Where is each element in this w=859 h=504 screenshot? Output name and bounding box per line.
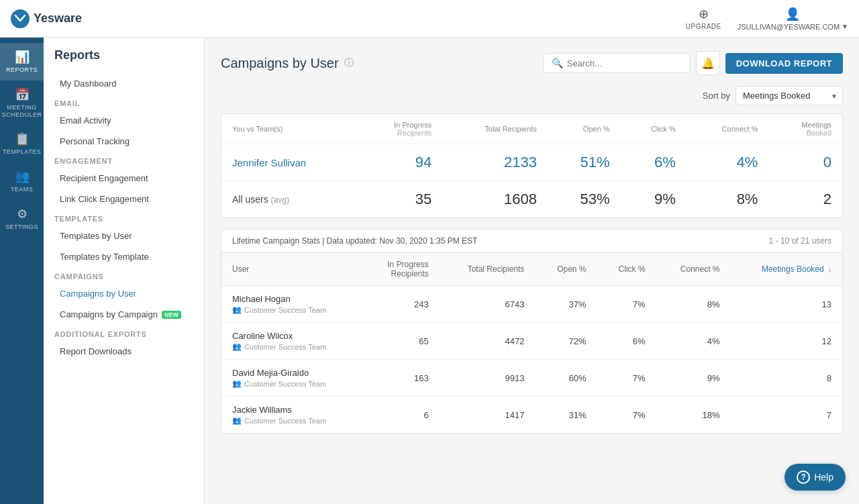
user-cell: Michael Hogan 👥 Customer Success Team <box>221 286 362 323</box>
upgrade-label: UPGRADE <box>686 23 721 30</box>
teams-label: TEAMS <box>11 186 34 193</box>
data-col-in-progress: In ProgressRecipients <box>362 253 439 286</box>
calendar-icon: 📅 <box>15 87 30 102</box>
sidebar-item-reports[interactable]: 📊 REPORTS <box>0 43 44 81</box>
download-report-button[interactable]: DOWNLOAD REPORT <box>725 53 843 74</box>
nav-item-email-activity[interactable]: Email Activity <box>44 110 204 131</box>
col-header-user: You vs Team(s) <box>221 114 358 144</box>
settings-icon: ⚙ <box>17 207 28 221</box>
sidebar-item-settings[interactable]: ⚙ SETTINGS <box>0 200 44 238</box>
sort-row: Sort by Meetings Booked Open % Click % C… <box>221 86 843 105</box>
all-users-label: All users (avg) <box>232 194 289 205</box>
left-nav-title: Reports <box>44 48 204 73</box>
logo-text: Yesware <box>34 11 82 26</box>
logo-icon <box>11 9 30 28</box>
templates-icon: 📋 <box>15 132 30 146</box>
nav-section-additional-exports: ADDITIONAL EXPORTS <box>44 325 204 341</box>
sort-select-wrapper: Meetings Booked Open % Click % Connect %… <box>736 86 843 105</box>
col-header-meetings: MeetingsBooked <box>768 114 842 144</box>
sidebar-item-teams[interactable]: 👥 TEAMS <box>0 162 44 200</box>
col-header-total-recipients: Total Recipients <box>442 114 548 144</box>
help-icon: ? <box>797 470 810 484</box>
templates-label: TEMPLATES <box>3 148 41 156</box>
table-row: Michael Hogan 👥 Customer Success Team 24… <box>221 286 842 323</box>
nav-item-personal-tracking[interactable]: Personal Tracking <box>44 131 204 152</box>
nav-section-engagement: ENGAGEMENT <box>44 152 204 168</box>
help-label: Help <box>814 472 833 483</box>
nav-item-templates-by-template[interactable]: Templates by Template <box>44 246 204 267</box>
nav-section-email: EMAIL <box>44 94 204 110</box>
data-col-meetings-booked[interactable]: Meetings Booked ↓ <box>731 253 842 286</box>
search-box[interactable]: 🔍 <box>543 53 691 73</box>
sort-select[interactable]: Meetings Booked Open % Click % Connect %… <box>736 86 843 105</box>
data-card-header: Lifetime Campaign Stats | Data updated: … <box>221 230 842 253</box>
data-col-open-pct: Open % <box>535 253 597 286</box>
info-icon[interactable]: ⓘ <box>344 57 354 69</box>
col-header-click-pct: Click % <box>621 114 687 144</box>
data-col-connect-pct: Connect % <box>656 253 731 286</box>
col-header-in-progress: In ProgressRecipients <box>358 114 442 144</box>
left-navigation: Reports My Dashboard EMAIL Email Activit… <box>44 38 205 504</box>
yesware-logo[interactable]: Yesware <box>11 9 82 28</box>
data-card: Lifetime Campaign Stats | Data updated: … <box>221 229 843 434</box>
nav-item-templates-by-user[interactable]: Templates by User <box>44 225 204 246</box>
reports-label: REPORTS <box>6 66 38 74</box>
search-icon: 🔍 <box>552 58 563 68</box>
user-cell: Caroline Wilcox 👥 Customer Success Team <box>221 323 362 360</box>
chevron-down-icon: ▼ <box>842 23 848 30</box>
new-badge: NEW <box>162 311 181 319</box>
sidebar-icons: 📊 REPORTS 📅 MEETING SCHEDULER 📋 TEMPLATE… <box>0 38 44 504</box>
nav-item-link-click-engagement[interactable]: Link Click Engagement <box>44 189 204 209</box>
data-col-user: User <box>221 253 362 286</box>
data-col-click-pct: Click % <box>597 253 656 286</box>
notification-icon: 🔔 <box>701 57 715 70</box>
reports-icon: 📊 <box>15 50 30 64</box>
nav-item-campaigns-by-user[interactable]: Campaigns by User <box>44 283 204 304</box>
nav-item-my-dashboard[interactable]: My Dashboard <box>44 73 204 94</box>
col-header-connect-pct: Connect % <box>687 114 769 144</box>
stats-row-all-users: All users (avg) 35 1608 53% 9% 8% 2 <box>221 181 842 218</box>
stats-row-user: Jennifer Sullivan 94 2133 51% 6% 4% 0 <box>221 144 842 181</box>
settings-label: SETTINGS <box>5 223 38 231</box>
user-menu[interactable]: 👤 JSULLIVAN@YESWARE.COM ▼ <box>738 7 848 31</box>
team-icon: 👥 <box>232 416 242 425</box>
nav-section-campaigns: CAMPAIGNS <box>44 267 204 283</box>
user-name-link[interactable]: Jennifer Sullivan <box>232 157 306 168</box>
table-row: Caroline Wilcox 👥 Customer Success Team … <box>221 323 842 360</box>
notification-button[interactable]: 🔔 <box>696 51 720 75</box>
table-row: Jackie Williams 👥 Customer Success Team … <box>221 397 842 434</box>
teams-icon: 👥 <box>15 169 30 184</box>
page-title: Campaigns by User <box>221 56 339 71</box>
sidebar-item-meeting-scheduler[interactable]: 📅 MEETING SCHEDULER <box>0 81 44 125</box>
team-icon: 👥 <box>232 379 242 388</box>
data-card-title: Lifetime Campaign Stats | Data updated: … <box>232 236 477 246</box>
user-icon: 👤 <box>785 7 800 21</box>
nav-item-campaigns-by-campaign[interactable]: Campaigns by Campaign NEW <box>44 304 204 325</box>
team-icon: 👥 <box>232 305 242 314</box>
data-col-total-recipients: Total Recipients <box>440 253 536 286</box>
nav-item-recipient-engagement[interactable]: Recipient Engagement <box>44 168 204 189</box>
stats-card: You vs Team(s) In ProgressRecipients Tot… <box>221 113 843 218</box>
user-cell: David Mejia-Giraldo 👥 Customer Success T… <box>221 360 362 397</box>
sidebar-item-templates[interactable]: 📋 TEMPLATES <box>0 125 44 162</box>
sort-label: Sort by <box>703 91 730 101</box>
data-table: User In ProgressRecipients Total Recipie… <box>221 253 842 434</box>
upgrade-button[interactable]: ⊕ UPGRADE <box>686 7 721 30</box>
upgrade-icon: ⊕ <box>699 7 709 21</box>
search-input[interactable] <box>567 58 682 68</box>
nav-item-report-downloads[interactable]: Report Downloads <box>44 341 204 362</box>
pagination-text: 1 - 10 of 21 users <box>769 236 831 246</box>
top-navigation: Yesware ⊕ UPGRADE 👤 JSULLIVAN@YESWARE.CO… <box>0 0 859 38</box>
user-cell: Jackie Williams 👥 Customer Success Team <box>221 397 362 434</box>
meeting-scheduler-label: MEETING SCHEDULER <box>2 104 42 119</box>
col-header-open-pct: Open % <box>548 114 621 144</box>
team-icon: 👥 <box>232 342 242 351</box>
nav-section-templates: TEMPLATES <box>44 209 204 225</box>
user-email: JSULLIVAN@YESWARE.COM <box>738 23 840 31</box>
stats-table: You vs Team(s) In ProgressRecipients Tot… <box>221 114 842 217</box>
main-content: Campaigns by User ⓘ 🔍 🔔 DOWNLOAD REPORT … <box>205 38 859 504</box>
dashboard-label: My Dashboard <box>60 79 117 89</box>
page-header: Campaigns by User ⓘ 🔍 🔔 DOWNLOAD REPORT <box>221 51 843 75</box>
table-row: David Mejia-Giraldo 👥 Customer Success T… <box>221 360 842 397</box>
help-button[interactable]: ? Help <box>785 464 846 491</box>
